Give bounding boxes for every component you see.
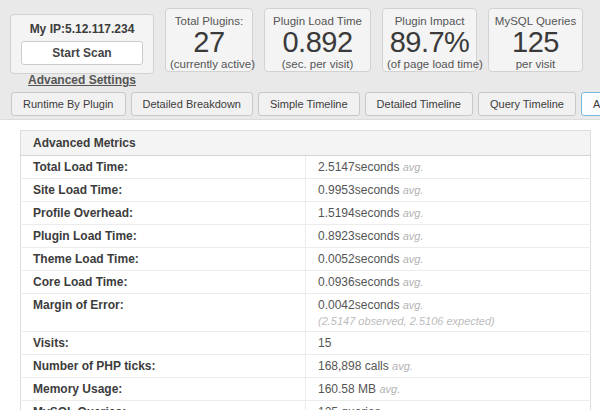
stat-box-total-plugins: Total Plugins:27(currently active) bbox=[165, 8, 253, 72]
metric-value-cell: 0.9953seconds avg. bbox=[306, 179, 591, 202]
metric-value-cell: 160.58 MB avg. bbox=[306, 378, 591, 401]
metric-avg-suffix: avg. bbox=[403, 299, 424, 311]
metric-row-mysql-queries: MySQL Queries:125 queries avg. bbox=[21, 401, 591, 410]
metric-label: Visits: bbox=[21, 332, 306, 355]
advanced-settings-link[interactable]: Advanced Settings bbox=[28, 73, 136, 87]
metric-row-profile-overhead: Profile Overhead:1.5194seconds avg. bbox=[21, 202, 591, 225]
metric-value-cell: 0.0042seconds avg.(2.5147 observed, 2.51… bbox=[306, 294, 591, 332]
metric-avg-suffix: avg. bbox=[403, 161, 424, 173]
metric-value-cell: 0.0936seconds avg. bbox=[306, 271, 591, 294]
metric-value-cell: 168,898 calls avg. bbox=[306, 355, 591, 378]
tab-simple-timeline[interactable]: Simple Timeline bbox=[258, 92, 360, 116]
p3-profiler-page: My IP:5.12.117.234 Start Scan Advanced S… bbox=[0, 0, 600, 410]
metric-value: 0.8923seconds bbox=[318, 229, 399, 243]
metric-avg-suffix: avg. bbox=[384, 406, 405, 410]
tab-runtime-by-plugin[interactable]: Runtime By Plugin bbox=[11, 92, 126, 116]
metric-value: 125 queries bbox=[318, 405, 381, 410]
metric-row-site-load-time: Site Load Time:0.9953seconds avg. bbox=[21, 179, 591, 202]
metric-note: (2.5147 observed, 2.5106 expected) bbox=[318, 315, 578, 327]
metric-avg-suffix: avg. bbox=[403, 207, 424, 219]
metric-value: 0.9953seconds bbox=[318, 183, 399, 197]
stat-box-plugin-load-time: Plugin Load Time0.892(sec. per visit) bbox=[264, 8, 371, 72]
tab-detailed-timeline[interactable]: Detailed Timeline bbox=[365, 92, 473, 116]
metric-avg-suffix: avg. bbox=[392, 360, 413, 372]
metric-row-core-load-time: Core Load Time:0.0936seconds avg. bbox=[21, 271, 591, 294]
tab-advanced-metrics[interactable]: Advanced Metrics bbox=[581, 92, 600, 116]
metric-row-margin-of-error: Margin of Error:0.0042seconds avg.(2.514… bbox=[21, 294, 591, 332]
metric-avg-suffix: avg. bbox=[403, 184, 424, 196]
metric-label: Theme Load Time: bbox=[21, 248, 306, 271]
metric-value: 0.0936seconds bbox=[318, 275, 399, 289]
my-ip-label: My IP:5.12.117.234 bbox=[17, 22, 147, 36]
metric-value: 0.0042seconds bbox=[318, 298, 399, 312]
metric-label: Core Load Time: bbox=[21, 271, 306, 294]
metric-label: MySQL Queries: bbox=[21, 401, 306, 410]
table-header-row: Advanced Metrics bbox=[21, 131, 591, 156]
metric-value-cell: 2.5147seconds avg. bbox=[306, 156, 591, 179]
metric-row-visits: Visits:15 bbox=[21, 332, 591, 355]
stat-subtitle: (currently active) bbox=[170, 58, 248, 70]
metric-value-cell: 0.8923seconds avg. bbox=[306, 225, 591, 248]
stat-subtitle: (of page load time) bbox=[387, 58, 472, 70]
metric-avg-suffix: avg. bbox=[379, 383, 400, 395]
stat-value: 0.892 bbox=[269, 28, 366, 57]
metric-label: Plugin Load Time: bbox=[21, 225, 306, 248]
metric-label: Number of PHP ticks: bbox=[21, 355, 306, 378]
scan-box: My IP:5.12.117.234 Start Scan Advanced S… bbox=[10, 14, 154, 74]
tab-bar: Runtime By PluginDetailed BreakdownSimpl… bbox=[11, 92, 600, 116]
metric-value-cell: 1.5194seconds avg. bbox=[306, 202, 591, 225]
tab-query-timeline[interactable]: Query Timeline bbox=[478, 92, 576, 116]
metric-avg-suffix: avg. bbox=[403, 230, 424, 242]
tab-detailed-breakdown[interactable]: Detailed Breakdown bbox=[131, 92, 253, 116]
stat-value: 89.7% bbox=[387, 28, 472, 57]
metric-value: 168,898 calls bbox=[318, 359, 389, 373]
metric-value: 2.5147seconds bbox=[318, 160, 399, 174]
metric-avg-suffix: avg. bbox=[403, 253, 424, 265]
metric-value: 1.5194seconds bbox=[318, 206, 399, 220]
metric-value: 160.58 MB bbox=[318, 382, 376, 396]
metric-value-cell: 125 queries avg. bbox=[306, 401, 591, 410]
metric-row-memory-usage: Memory Usage:160.58 MB avg. bbox=[21, 378, 591, 401]
table-header-title: Advanced Metrics bbox=[21, 131, 591, 156]
metric-row-theme-load-time: Theme Load Time:0.0052seconds avg. bbox=[21, 248, 591, 271]
metric-value-cell: 0.0052seconds avg. bbox=[306, 248, 591, 271]
metric-avg-suffix: avg. bbox=[403, 276, 424, 288]
metric-row-number-of-php-ticks: Number of PHP ticks:168,898 calls avg. bbox=[21, 355, 591, 378]
stat-value: 125 bbox=[493, 28, 578, 57]
metric-value: 15 bbox=[318, 336, 331, 350]
start-scan-button[interactable]: Start Scan bbox=[21, 41, 143, 65]
stats-row: My IP:5.12.117.234 Start Scan Advanced S… bbox=[0, 0, 600, 74]
metric-value-cell: 15 bbox=[306, 332, 591, 355]
metric-row-plugin-load-time: Plugin Load Time:0.8923seconds avg. bbox=[21, 225, 591, 248]
stat-subtitle: per visit bbox=[493, 58, 578, 70]
stat-box-mysql-queries: MySQL Queries125per visit bbox=[488, 8, 583, 72]
advanced-metrics-table: Advanced Metrics Total Load Time:2.5147s… bbox=[20, 130, 591, 410]
metric-label: Memory Usage: bbox=[21, 378, 306, 401]
stat-box-plugin-impact: Plugin Impact89.7%(of page load time) bbox=[382, 8, 477, 72]
content-panel: Advanced Metrics Total Load Time:2.5147s… bbox=[0, 119, 600, 410]
stat-value: 27 bbox=[170, 28, 248, 57]
metric-row-total-load-time: Total Load Time:2.5147seconds avg. bbox=[21, 156, 591, 179]
metric-label: Total Load Time: bbox=[21, 156, 306, 179]
metric-label: Margin of Error: bbox=[21, 294, 306, 332]
metric-value: 0.0052seconds bbox=[318, 252, 399, 266]
metric-label: Profile Overhead: bbox=[21, 202, 306, 225]
stat-subtitle: (sec. per visit) bbox=[269, 58, 366, 70]
metric-label: Site Load Time: bbox=[21, 179, 306, 202]
